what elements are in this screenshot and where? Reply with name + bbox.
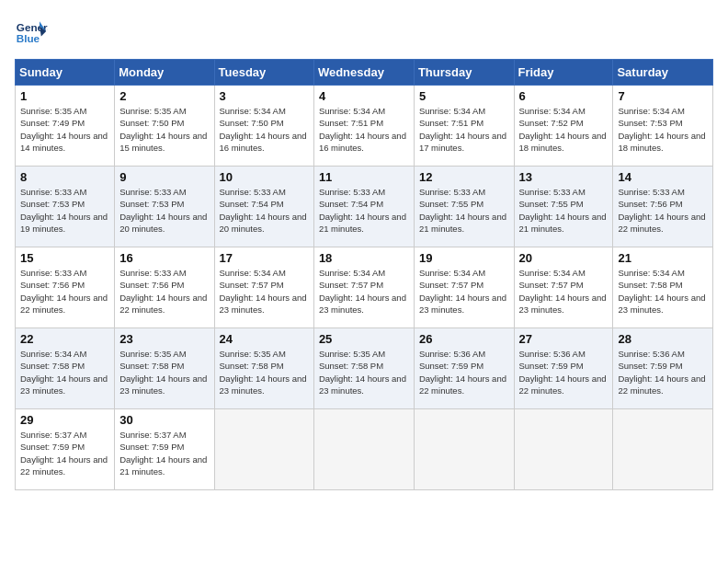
- day-number: 18: [319, 251, 409, 265]
- day-number: 26: [419, 332, 509, 346]
- calendar-day-cell: 26 Sunrise: 5:36 AM Sunset: 7:59 PM Dayl…: [414, 328, 514, 409]
- day-info: Sunrise: 5:36 AM Sunset: 7:59 PM Dayligh…: [419, 348, 509, 396]
- calendar-day-cell: 4 Sunrise: 5:34 AM Sunset: 7:51 PM Dayli…: [313, 86, 414, 167]
- calendar-day-cell: 5 Sunrise: 5:34 AM Sunset: 7:51 PM Dayli…: [414, 86, 514, 167]
- weekday-header: Saturday: [613, 60, 713, 86]
- calendar-day-cell: 1 Sunrise: 5:35 AM Sunset: 7:49 PM Dayli…: [16, 86, 115, 167]
- day-number: 13: [519, 170, 609, 184]
- day-number: 6: [519, 89, 609, 103]
- weekday-header: Monday: [115, 60, 214, 86]
- day-number: 14: [618, 170, 708, 184]
- day-info: Sunrise: 5:35 AM Sunset: 7:58 PM Dayligh…: [119, 348, 209, 396]
- calendar-day-cell: 2 Sunrise: 5:35 AM Sunset: 7:50 PM Dayli…: [115, 86, 214, 167]
- day-number: 2: [119, 89, 209, 103]
- calendar-day-cell: 13 Sunrise: 5:33 AM Sunset: 7:55 PM Dayl…: [514, 167, 613, 247]
- day-number: 12: [419, 170, 509, 184]
- calendar-day-cell: [214, 409, 313, 490]
- calendar-day-cell: 20 Sunrise: 5:34 AM Sunset: 7:57 PM Dayl…: [514, 247, 613, 328]
- day-number: 10: [220, 170, 309, 184]
- calendar-day-cell: 9 Sunrise: 5:33 AM Sunset: 7:53 PM Dayli…: [115, 167, 214, 247]
- day-info: Sunrise: 5:33 AM Sunset: 7:55 PM Dayligh…: [519, 186, 609, 235]
- calendar-day-cell: 24 Sunrise: 5:35 AM Sunset: 7:58 PM Dayl…: [214, 328, 313, 409]
- day-number: 25: [319, 332, 409, 346]
- day-number: 8: [20, 170, 109, 184]
- day-number: 15: [20, 251, 109, 265]
- day-info: Sunrise: 5:34 AM Sunset: 7:58 PM Dayligh…: [20, 348, 109, 396]
- svg-text:Blue: Blue: [17, 32, 40, 44]
- calendar-day-cell: 3 Sunrise: 5:34 AM Sunset: 7:50 PM Dayli…: [214, 86, 313, 167]
- calendar-day-cell: 12 Sunrise: 5:33 AM Sunset: 7:55 PM Dayl…: [414, 167, 514, 247]
- calendar-week-row: 8 Sunrise: 5:33 AM Sunset: 7:53 PM Dayli…: [16, 167, 713, 247]
- day-info: Sunrise: 5:35 AM Sunset: 7:49 PM Dayligh…: [20, 105, 109, 154]
- calendar-day-cell: [514, 409, 613, 490]
- calendar-day-cell: 30 Sunrise: 5:37 AM Sunset: 7:59 PM Dayl…: [115, 409, 214, 490]
- calendar-day-cell: [313, 409, 414, 490]
- day-info: Sunrise: 5:33 AM Sunset: 7:53 PM Dayligh…: [119, 186, 209, 235]
- calendar-day-cell: 10 Sunrise: 5:33 AM Sunset: 7:54 PM Dayl…: [214, 167, 313, 247]
- calendar-day-cell: 11 Sunrise: 5:33 AM Sunset: 7:54 PM Dayl…: [313, 167, 414, 247]
- logo-icon: General Blue: [15, 15, 48, 48]
- calendar-day-cell: [613, 409, 713, 490]
- day-number: 9: [119, 170, 209, 184]
- day-number: 17: [220, 251, 309, 265]
- day-info: Sunrise: 5:34 AM Sunset: 7:57 PM Dayligh…: [220, 267, 309, 316]
- day-info: Sunrise: 5:33 AM Sunset: 7:55 PM Dayligh…: [419, 186, 509, 235]
- calendar-day-cell: 6 Sunrise: 5:34 AM Sunset: 7:52 PM Dayli…: [514, 86, 613, 167]
- day-info: Sunrise: 5:37 AM Sunset: 7:59 PM Dayligh…: [119, 429, 209, 477]
- calendar-day-cell: 14 Sunrise: 5:33 AM Sunset: 7:56 PM Dayl…: [613, 167, 713, 247]
- day-number: 20: [519, 251, 609, 265]
- calendar-day-cell: 29 Sunrise: 5:37 AM Sunset: 7:59 PM Dayl…: [16, 409, 115, 490]
- day-info: Sunrise: 5:34 AM Sunset: 7:51 PM Dayligh…: [419, 105, 509, 154]
- day-info: Sunrise: 5:33 AM Sunset: 7:56 PM Dayligh…: [119, 267, 209, 316]
- calendar-day-cell: 19 Sunrise: 5:34 AM Sunset: 7:57 PM Dayl…: [414, 247, 514, 328]
- calendar-header-row: SundayMondayTuesdayWednesdayThursdayFrid…: [16, 60, 713, 86]
- day-number: 11: [319, 170, 409, 184]
- calendar-day-cell: 23 Sunrise: 5:35 AM Sunset: 7:58 PM Dayl…: [115, 328, 214, 409]
- day-info: Sunrise: 5:35 AM Sunset: 7:58 PM Dayligh…: [319, 348, 409, 396]
- day-info: Sunrise: 5:36 AM Sunset: 7:59 PM Dayligh…: [519, 348, 609, 396]
- calendar-table: SundayMondayTuesdayWednesdayThursdayFrid…: [15, 59, 713, 490]
- calendar-week-row: 15 Sunrise: 5:33 AM Sunset: 7:56 PM Dayl…: [16, 247, 713, 328]
- calendar-day-cell: 28 Sunrise: 5:36 AM Sunset: 7:59 PM Dayl…: [613, 328, 713, 409]
- day-number: 5: [419, 89, 509, 103]
- day-number: 21: [618, 251, 708, 265]
- calendar-day-cell: 8 Sunrise: 5:33 AM Sunset: 7:53 PM Dayli…: [16, 167, 115, 247]
- calendar-day-cell: 22 Sunrise: 5:34 AM Sunset: 7:58 PM Dayl…: [16, 328, 115, 409]
- day-info: Sunrise: 5:35 AM Sunset: 7:58 PM Dayligh…: [220, 348, 309, 396]
- day-number: 4: [319, 89, 409, 103]
- calendar-day-cell: 17 Sunrise: 5:34 AM Sunset: 7:57 PM Dayl…: [214, 247, 313, 328]
- day-number: 24: [220, 332, 309, 346]
- weekday-header: Wednesday: [313, 60, 414, 86]
- day-info: Sunrise: 5:34 AM Sunset: 7:57 PM Dayligh…: [319, 267, 409, 316]
- day-info: Sunrise: 5:34 AM Sunset: 7:58 PM Dayligh…: [618, 267, 708, 316]
- day-info: Sunrise: 5:37 AM Sunset: 7:59 PM Dayligh…: [20, 429, 109, 477]
- calendar-day-cell: 7 Sunrise: 5:34 AM Sunset: 7:53 PM Dayli…: [613, 86, 713, 167]
- day-number: 30: [119, 413, 209, 427]
- calendar-week-row: 22 Sunrise: 5:34 AM Sunset: 7:58 PM Dayl…: [16, 328, 713, 409]
- calendar-day-cell: 27 Sunrise: 5:36 AM Sunset: 7:59 PM Dayl…: [514, 328, 613, 409]
- day-number: 22: [20, 332, 109, 346]
- weekday-header: Sunday: [16, 60, 115, 86]
- day-number: 3: [220, 89, 309, 103]
- day-info: Sunrise: 5:34 AM Sunset: 7:57 PM Dayligh…: [419, 267, 509, 316]
- calendar-week-row: 1 Sunrise: 5:35 AM Sunset: 7:49 PM Dayli…: [16, 86, 713, 167]
- calendar-day-cell: 21 Sunrise: 5:34 AM Sunset: 7:58 PM Dayl…: [613, 247, 713, 328]
- weekday-header: Thursday: [414, 60, 514, 86]
- day-number: 28: [618, 332, 708, 346]
- day-number: 7: [618, 89, 708, 103]
- day-number: 29: [20, 413, 109, 427]
- weekday-header: Tuesday: [214, 60, 313, 86]
- calendar-day-cell: 16 Sunrise: 5:33 AM Sunset: 7:56 PM Dayl…: [115, 247, 214, 328]
- day-info: Sunrise: 5:33 AM Sunset: 7:54 PM Dayligh…: [220, 186, 309, 235]
- day-info: Sunrise: 5:34 AM Sunset: 7:53 PM Dayligh…: [618, 105, 708, 154]
- day-number: 27: [519, 332, 609, 346]
- day-info: Sunrise: 5:33 AM Sunset: 7:56 PM Dayligh…: [20, 267, 109, 316]
- logo: General Blue: [15, 15, 48, 48]
- day-info: Sunrise: 5:34 AM Sunset: 7:57 PM Dayligh…: [519, 267, 609, 316]
- day-info: Sunrise: 5:33 AM Sunset: 7:53 PM Dayligh…: [20, 186, 109, 235]
- day-number: 19: [419, 251, 509, 265]
- day-number: 1: [20, 89, 109, 103]
- calendar-day-cell: [414, 409, 514, 490]
- day-info: Sunrise: 5:33 AM Sunset: 7:56 PM Dayligh…: [618, 186, 708, 235]
- day-info: Sunrise: 5:36 AM Sunset: 7:59 PM Dayligh…: [618, 348, 708, 396]
